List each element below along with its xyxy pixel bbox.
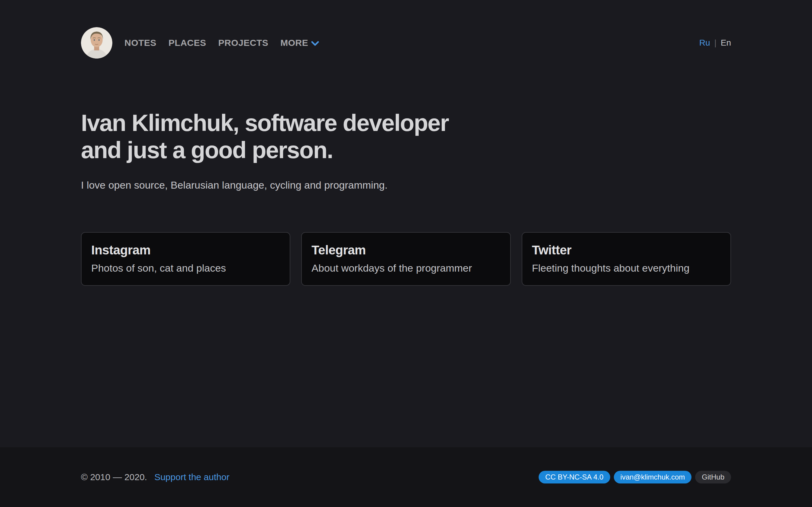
email-badge[interactable]: ivan@klimchuk.com [614,471,692,484]
avatar[interactable] [81,27,112,59]
card-twitter[interactable]: Twitter Fleeting thoughts about everythi… [522,232,731,286]
copyright: © 2010 — 2020. [81,472,147,482]
lang-en-current: En [721,38,731,48]
site-footer: © 2010 — 2020. Support the author CC BY-… [0,447,812,507]
chevron-down-icon [311,41,319,46]
card-instagram[interactable]: Instagram Photos of son, cat and places [81,232,290,286]
card-description: Photos of son, cat and places [91,262,280,274]
card-telegram[interactable]: Telegram About workdays of the programme… [301,232,511,286]
footer-badges: CC BY-NC-SA 4.0 ivan@klimchuk.com GitHub [539,471,731,484]
page: NOTES PLACES PROJECTS MORE Ru | En Ivan … [0,0,812,507]
github-badge[interactable]: GitHub [695,471,731,484]
license-badge[interactable]: CC BY-NC-SA 4.0 [539,471,610,484]
nav-item-notes[interactable]: NOTES [124,38,156,48]
language-switcher: Ru | En [699,38,731,48]
card-description: About workdays of the programmer [311,262,500,274]
avatar-portrait-image [81,27,112,59]
card-title: Telegram [311,243,500,258]
nav-item-projects[interactable]: PROJECTS [218,38,268,48]
nav-item-places[interactable]: PLACES [168,38,206,48]
card-description: Fleeting thoughts about everything [532,262,721,274]
copyright-block: © 2010 — 2020. Support the author [81,472,229,482]
page-title-line-2: and just a good person. [81,136,731,164]
page-title-line-1: Ivan Klimchuk, software developer [81,109,731,136]
card-title: Twitter [532,243,721,258]
nav-item-more[interactable]: MORE [280,38,319,48]
card-title: Instagram [91,243,280,258]
lang-ru-link[interactable]: Ru [699,38,710,48]
main-content: Ivan Klimchuk, software developer and ju… [81,59,731,286]
page-title: Ivan Klimchuk, software developer and ju… [81,109,731,164]
main-nav: NOTES PLACES PROJECTS MORE [124,38,319,48]
hero-subtitle: I love open source, Belarusian language,… [81,179,731,191]
social-cards: Instagram Photos of son, cat and places … [81,232,731,286]
site-header: NOTES PLACES PROJECTS MORE Ru | En [81,0,731,59]
lang-divider: | [714,38,716,48]
nav-item-more-label: MORE [280,38,308,48]
support-author-link[interactable]: Support the author [154,472,230,482]
